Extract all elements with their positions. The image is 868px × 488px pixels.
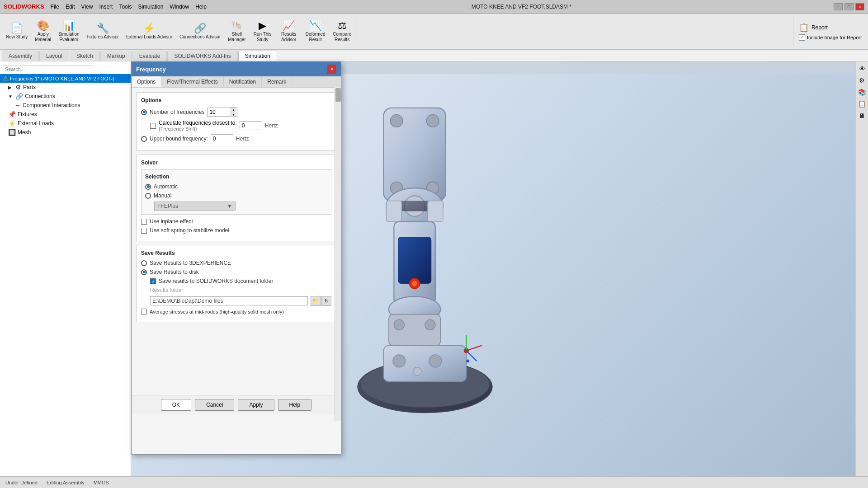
apply-material-label: ApplyMaterial bbox=[35, 32, 51, 42]
right-panel-btn-5[interactable]: 🖥 bbox=[857, 110, 868, 121]
num-freq-down[interactable]: ▼ bbox=[230, 112, 237, 117]
component-interactions-icon: ↔ bbox=[14, 102, 21, 109]
upper-bound-input[interactable]: 0 bbox=[211, 134, 233, 143]
menu-help[interactable]: Help bbox=[193, 3, 209, 11]
status-text: Under Defined bbox=[5, 480, 38, 485]
apply-material-button[interactable]: 🎨 ApplyMaterial bbox=[32, 16, 54, 47]
dialog-tab-notification[interactable]: Notification bbox=[224, 76, 262, 87]
statusbar: Under Defined Editing Assembly MMGS bbox=[0, 476, 868, 488]
calc-freq-sublabel: (Frequency Shift) bbox=[159, 126, 237, 131]
report-label[interactable]: Report bbox=[811, 24, 828, 31]
dialog-scrollbar[interactable] bbox=[335, 87, 341, 421]
save-disk-radio[interactable] bbox=[141, 269, 147, 275]
results-advisor-button[interactable]: 📈 ResultsAdvisor bbox=[276, 16, 302, 47]
right-panel-btn-1[interactable]: 👁 bbox=[857, 63, 868, 74]
maximize-button[interactable]: □ bbox=[844, 3, 854, 10]
tab-markup[interactable]: Markup bbox=[100, 51, 132, 61]
titlebar: SOLIDWORKS File Edit View Insert Tools S… bbox=[0, 0, 868, 14]
refresh-folder-button[interactable]: ↻ bbox=[321, 296, 331, 306]
new-study-label: New Study bbox=[6, 34, 28, 40]
right-panel: 👁 ⚙ 📚 📋 🖥 bbox=[855, 61, 868, 476]
menu-simulation[interactable]: Simulation bbox=[135, 3, 166, 11]
calc-freq-checkbox[interactable] bbox=[150, 123, 156, 129]
average-stresses-checkbox[interactable] bbox=[141, 309, 147, 314]
right-panel-btn-2[interactable]: ⚙ bbox=[857, 75, 868, 86]
ok-button[interactable]: OK bbox=[161, 399, 191, 411]
solver-dropdown[interactable]: FFEPlus ▼ bbox=[154, 202, 236, 211]
num-freq-radio[interactable] bbox=[141, 109, 147, 115]
upper-bound-radio[interactable] bbox=[141, 136, 147, 142]
external-loads-tree-icon: ⚡ bbox=[8, 120, 16, 127]
num-freq-input[interactable]: 10 bbox=[207, 108, 230, 117]
svg-point-13 bbox=[412, 281, 417, 286]
tab-solidworks-addins[interactable]: SOLIDWORKS Add-Ins bbox=[167, 51, 237, 61]
menu-edit[interactable]: Edit bbox=[63, 3, 78, 11]
dialog-title: Frequency bbox=[136, 66, 166, 73]
close-button[interactable]: × bbox=[855, 3, 864, 10]
solver-name: FFEPlus bbox=[157, 203, 178, 209]
tab-simulation[interactable]: Simulation bbox=[238, 51, 277, 61]
calc-freq-row: Calculate frequencies closest to: (Frequ… bbox=[141, 120, 331, 131]
study-item[interactable]: ⚠ Frequency 1* (-MOTO KNEE AND VF2 FOOT-… bbox=[0, 74, 131, 83]
apply-button[interactable]: Apply bbox=[238, 399, 274, 411]
sidebar-item-fixtures[interactable]: 📌 Fixtures bbox=[0, 110, 131, 119]
fixtures-advisor-button[interactable]: 🔧 Fixtures Advisor bbox=[84, 16, 122, 47]
calc-freq-input[interactable]: 0 bbox=[240, 121, 262, 130]
include-image-checkbox[interactable]: ✓ bbox=[799, 34, 805, 41]
tab-evaluate[interactable]: Evaluate bbox=[132, 51, 167, 61]
external-loads-button[interactable]: ⚡ External Loads Advisor bbox=[123, 16, 175, 47]
menu-window[interactable]: Window bbox=[167, 3, 192, 11]
frequency-dialog: Frequency × Options Flow/Thermal Effects… bbox=[131, 61, 341, 455]
solver-dropdown-icon: ▼ bbox=[227, 203, 232, 209]
simulation-evaluator-icon: 📊 bbox=[63, 21, 75, 31]
connections-icon: 🔗 bbox=[15, 93, 23, 100]
shell-manager-button[interactable]: 🐚 ShellManager bbox=[225, 16, 249, 47]
dialog-close-button[interactable]: × bbox=[327, 65, 336, 74]
parts-label: Parts bbox=[23, 84, 36, 90]
connections-advisor-icon: 🔗 bbox=[194, 23, 206, 33]
compare-results-button[interactable]: ⚖ CompareResults bbox=[330, 16, 355, 47]
sidebar-search-input[interactable] bbox=[3, 65, 93, 73]
sidebar-search-area bbox=[0, 63, 131, 74]
sidebar-item-external-loads[interactable]: ⚡ External Loads bbox=[0, 119, 131, 128]
dialog-tab-flow[interactable]: Flow/Thermal Effects bbox=[161, 76, 223, 87]
browse-folder-button[interactable]: 📁 bbox=[311, 296, 321, 306]
tab-layout[interactable]: Layout bbox=[39, 51, 69, 61]
manual-radio[interactable] bbox=[145, 193, 151, 199]
connections-advisor-button[interactable]: 🔗 Connections Advisor bbox=[176, 16, 224, 47]
tab-sketch[interactable]: Sketch bbox=[70, 51, 100, 61]
new-study-button[interactable]: 📄 New Study bbox=[3, 16, 31, 47]
sidebar-item-parts[interactable]: ▶ ⚙ Parts bbox=[0, 83, 131, 92]
menu-view[interactable]: View bbox=[79, 3, 96, 11]
simulation-evaluator-button[interactable]: 📊 SimulationEvaluator bbox=[55, 16, 83, 47]
automatic-radio[interactable] bbox=[145, 184, 151, 190]
right-panel-btn-3[interactable]: 📚 bbox=[857, 87, 868, 98]
deformed-result-button[interactable]: 📉 DeformedResult bbox=[302, 16, 329, 47]
minimize-button[interactable]: − bbox=[834, 3, 843, 10]
soft-spring-checkbox[interactable] bbox=[141, 228, 147, 234]
num-freq-row: Number of frequencies 10 ▲ ▼ bbox=[141, 107, 331, 117]
inplane-checkbox[interactable] bbox=[141, 219, 147, 225]
editing-mode: Editing Assembly bbox=[47, 480, 85, 485]
sidebar-item-component-interactions[interactable]: ↔ Component Interactions bbox=[0, 101, 131, 110]
sidebar-item-connections[interactable]: ▼ 🔗 Connections bbox=[0, 92, 131, 101]
save-3dexp-radio[interactable] bbox=[141, 260, 147, 266]
right-panel-btn-4[interactable]: 📋 bbox=[857, 99, 868, 109]
save-folder-checkbox[interactable]: ✓ bbox=[150, 278, 156, 284]
help-button[interactable]: Help bbox=[278, 399, 312, 411]
svg-point-22 bbox=[429, 355, 441, 367]
menu-insert[interactable]: Insert bbox=[96, 3, 115, 11]
svg-point-16 bbox=[394, 319, 404, 330]
tab-assembly[interactable]: Assembly bbox=[2, 51, 39, 61]
dialog-tab-remark[interactable]: Remark bbox=[262, 76, 292, 87]
sidebar-item-mesh[interactable]: 🔲 Mesh bbox=[0, 128, 131, 137]
shell-manager-icon: 🐚 bbox=[231, 21, 243, 31]
num-freq-up[interactable]: ▲ bbox=[230, 108, 237, 112]
cancel-button[interactable]: Cancel bbox=[195, 399, 234, 411]
menu-tools[interactable]: Tools bbox=[116, 3, 134, 11]
results-folder-input[interactable]: E:\DEMO\BioDapt\Demo files bbox=[150, 296, 308, 305]
menu-file[interactable]: File bbox=[48, 3, 62, 11]
shell-manager-label: ShellManager bbox=[228, 32, 245, 42]
dialog-tab-options[interactable]: Options bbox=[132, 76, 161, 87]
run-study-button[interactable]: ▶ Run ThisStudy bbox=[250, 16, 275, 47]
